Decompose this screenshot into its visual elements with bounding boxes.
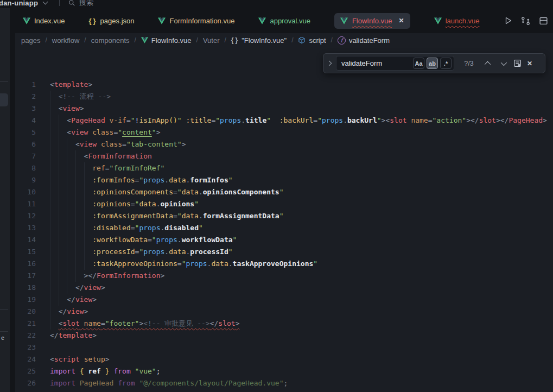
code-line[interactable]: 8ref="formInfoRef": [15, 162, 553, 174]
tab-forminformation-vue[interactable]: FormInformation.vue: [158, 17, 234, 25]
code-line[interactable]: 25import { ref } from "vue";: [15, 365, 553, 377]
code-line-content[interactable]: <view class="tab-content">: [50, 138, 186, 150]
line-number[interactable]: 5: [15, 127, 36, 138]
regex-button[interactable]: .*: [440, 58, 452, 69]
code-line-content[interactable]: <slot name="footer"><!-- 审批意见 --></slot>: [50, 318, 239, 330]
line-number[interactable]: 24: [15, 353, 36, 365]
code-line[interactable]: 11:opinions="data.opinions": [15, 198, 553, 210]
line-number[interactable]: 25: [15, 365, 36, 377]
breadcrumb-item-components[interactable]: components: [91, 36, 130, 45]
find-input[interactable]: validateForm Aa ab .*: [336, 56, 454, 71]
line-number[interactable]: 13: [15, 222, 36, 234]
code-line[interactable]: 18</view>: [15, 282, 553, 294]
find-query[interactable]: validateForm: [341, 59, 411, 67]
code-line-content[interactable]: <view>: [50, 103, 84, 115]
compare-changes-icon[interactable]: [521, 16, 530, 26]
code-line-content[interactable]: <template>: [50, 79, 92, 91]
code-line[interactable]: 6<view class="tab-content">: [15, 138, 553, 150]
breadcrumb-item-workflow[interactable]: workflow: [52, 36, 80, 45]
next-match-icon[interactable]: [498, 59, 508, 68]
match-case-button[interactable]: Aa: [413, 58, 424, 69]
code-line[interactable]: 15:processId="props.data.processId": [15, 246, 553, 258]
line-number[interactable]: 9: [15, 174, 36, 186]
code-line[interactable]: 9:formInfos="props.data.formInfos": [15, 174, 553, 186]
line-number[interactable]: 8: [15, 162, 36, 174]
line-number[interactable]: 10: [15, 186, 36, 198]
line-number[interactable]: 17: [15, 270, 36, 282]
code-line-content[interactable]: <script setup>: [50, 353, 110, 365]
code-line-content[interactable]: :disabled="props.disabled": [50, 222, 203, 234]
code-line-content[interactable]: <FormInformation: [50, 150, 152, 162]
code-line-content[interactable]: :formAssignmentData="data.formAssignment…: [50, 210, 284, 222]
line-number[interactable]: 3: [15, 103, 36, 115]
code-line[interactable]: 23: [15, 342, 553, 353]
line-number[interactable]: 19: [15, 294, 36, 306]
line-number[interactable]: 18: [15, 282, 36, 294]
split-editor-icon[interactable]: [539, 16, 548, 26]
find-in-selection-icon[interactable]: [513, 59, 522, 68]
line-number[interactable]: 12: [15, 210, 36, 222]
code-line-content[interactable]: <view class="content">: [50, 127, 161, 138]
code-line-content[interactable]: :opinions="data.opinions": [50, 198, 199, 210]
code-line[interactable]: 24<script setup>: [15, 353, 553, 365]
code-line-content[interactable]: ref="formInfoRef": [50, 162, 164, 174]
code-line[interactable]: 17></FormInformation>: [15, 270, 553, 282]
line-number[interactable]: 2: [15, 91, 36, 103]
tab-approval-vue[interactable]: approval.vue: [258, 17, 310, 25]
breadcrumb-item-flowinfo-file[interactable]: FlowInfo.vue: [141, 36, 192, 45]
toggle-replace-icon[interactable]: [327, 61, 332, 66]
close-icon[interactable]: ✕: [399, 17, 404, 24]
line-number[interactable]: 1: [15, 79, 36, 91]
code-line-content[interactable]: :formInfos="props.data.formInfos": [50, 174, 233, 186]
breadcrumb-item-pages[interactable]: pages: [21, 36, 40, 45]
line-number[interactable]: 22: [15, 330, 36, 342]
code-line[interactable]: 3<view>: [15, 103, 553, 115]
code-line-content[interactable]: import { ref } from "vue";: [50, 365, 161, 377]
code-line[interactable]: 2<!-- 流程 -->: [15, 91, 553, 103]
code-line[interactable]: 7<FormInformation: [15, 150, 553, 162]
breadcrumb-item-validateform[interactable]: f validateForm: [338, 36, 390, 45]
line-number[interactable]: 7: [15, 150, 36, 162]
global-search[interactable]: 搜索: [68, 0, 93, 8]
code-line[interactable]: 16:taskApproveOpinions="props.data.taskA…: [15, 258, 553, 270]
code-line[interactable]: 21<slot name="footer"><!-- 审批意见 --></slo…: [15, 318, 553, 330]
line-number[interactable]: 15: [15, 246, 36, 258]
previous-match-icon[interactable]: [484, 59, 493, 68]
line-number[interactable]: 26: [15, 377, 36, 389]
code-line[interactable]: 14:workflowData="props.workflowData": [15, 234, 553, 246]
breadcrumb-item-flowinfo-region[interactable]: { } "FlowInfo.vue": [231, 36, 287, 45]
tab-flowinfo-vue-active[interactable]: FlowInfo.vue ✕: [334, 13, 410, 29]
code-line-content[interactable]: :processId="props.data.processId": [50, 246, 233, 258]
code-line[interactable]: 10:opinionsComponents="data.opinionsComp…: [15, 186, 553, 198]
code-line-content[interactable]: :opinionsComponents="data.opinionsCompon…: [50, 186, 284, 198]
chevron-down-icon[interactable]: [43, 0, 48, 4]
code-line-content[interactable]: </view>: [50, 282, 105, 294]
breadcrumb-item-vuter[interactable]: Vuter: [203, 36, 220, 45]
code-line-content[interactable]: import PageHead from "@/components/layou…: [50, 377, 288, 389]
code-line-content[interactable]: </view>: [50, 294, 97, 306]
code-line[interactable]: 19</view>: [15, 294, 553, 306]
tab-launch-vue[interactable]: launch.vue: [434, 17, 480, 25]
code-line[interactable]: 20</view>: [15, 306, 553, 318]
line-number[interactable]: 20: [15, 306, 36, 318]
line-number[interactable]: 16: [15, 258, 36, 270]
code-line-content[interactable]: :workflowData="props.workflowData": [50, 234, 237, 246]
code-line-content[interactable]: <PageHead v-if="!isInApp()" :title="prop…: [50, 115, 547, 127]
close-icon[interactable]: ✕: [527, 60, 532, 67]
tab-pages-json[interactable]: { } pages.json: [88, 17, 134, 25]
code-line-content[interactable]: </template>: [50, 330, 97, 342]
code-line[interactable]: 4<PageHead v-if="!isInApp()" :title="pro…: [15, 115, 553, 127]
code-line[interactable]: 12:formAssignmentData="data.formAssignme…: [15, 210, 553, 222]
code-line[interactable]: 26import PageHead from "@/components/lay…: [15, 377, 553, 389]
code-line[interactable]: 1<template>: [15, 79, 553, 91]
line-number[interactable]: 14: [15, 234, 36, 246]
code-line[interactable]: 22</template>: [15, 330, 553, 342]
breadcrumb-item-script[interactable]: script: [298, 36, 326, 45]
tab-index-vue[interactable]: Index.vue: [23, 17, 65, 25]
project-name[interactable]: dan-uniapp: [0, 0, 38, 7]
code-line-content[interactable]: :taskApproveOpinions="props.data.taskApp…: [50, 258, 317, 270]
code-line[interactable]: 13:disabled="props.disabled": [15, 222, 553, 234]
line-number[interactable]: 6: [15, 138, 36, 150]
code-line-content[interactable]: ></FormInformation>: [50, 270, 164, 282]
code-line-content[interactable]: <!-- 流程 -->: [50, 91, 111, 103]
